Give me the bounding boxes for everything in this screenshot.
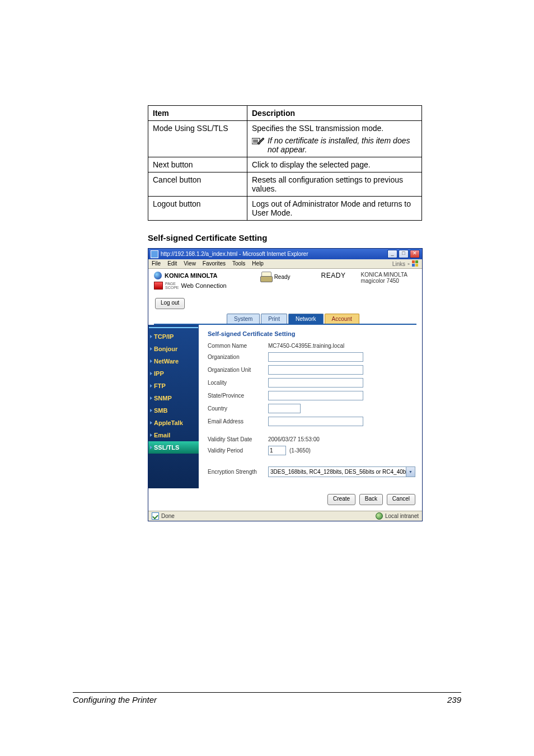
page-header: KONICA MINOLTA PAGE SCOPE Web Connection… xyxy=(148,269,422,291)
sidebar-item-netware[interactable]: NetWare xyxy=(148,355,199,367)
status-done-text: Done xyxy=(161,513,175,519)
menu-tools[interactable]: Tools xyxy=(232,260,245,267)
pagescope-small-label: PAGE SCOPE xyxy=(165,282,179,290)
links-toolbar[interactable]: Links » xyxy=(392,260,419,267)
table-row: Logout button Logs out of Administrator … xyxy=(148,197,422,221)
web-connection-text: Web Connection xyxy=(181,282,227,289)
table-row: Cancel button Resets all configuration s… xyxy=(148,172,422,197)
label-common-name: Common Name xyxy=(208,343,268,349)
right-model: magicolor 7450 xyxy=(360,278,407,284)
menu-view[interactable]: View xyxy=(184,260,196,267)
spec-table: Item Description Mode Using SSL/TLS Spec… xyxy=(148,105,422,221)
desc-text: Click to display the selected page. xyxy=(247,157,422,172)
desc-text: Specifies the SSL transmission mode. xyxy=(252,124,417,133)
status-bar: Done Local intranet xyxy=(148,511,422,521)
input-locality[interactable] xyxy=(268,378,363,388)
back-button[interactable]: Back xyxy=(359,494,383,505)
label-locality: Locality xyxy=(208,380,268,386)
sidebar-item-tcpip[interactable]: TCP/IP xyxy=(148,330,199,343)
browser-window: http://192.168.1.2/a_index.html - Micros… xyxy=(148,248,423,521)
sidebar-item-appletalk[interactable]: AppleTalk xyxy=(148,417,199,429)
form-title: Self-signed Certificate Setting xyxy=(208,330,415,337)
input-validity-period[interactable] xyxy=(268,446,286,455)
pagescope-icon xyxy=(154,282,163,290)
label-organization: Organization xyxy=(208,354,268,360)
titlebar: http://192.168.1.2/a_index.html - Micros… xyxy=(148,249,422,259)
col-desc: Description xyxy=(247,106,422,121)
printer-icon xyxy=(260,272,271,282)
page-footer: Configuring the Printer 239 xyxy=(73,692,461,704)
printer-status-small: Ready xyxy=(274,274,291,280)
sidebar-highlight xyxy=(149,327,198,328)
sidebar-item-smb[interactable]: SMB xyxy=(148,404,199,417)
sidebar-item-ipp[interactable]: IPP xyxy=(148,367,199,380)
label-validity-start: Validity Start Date xyxy=(208,436,268,442)
sidebar-item-bonjour[interactable]: Bonjour xyxy=(148,343,199,355)
label-encryption: Encryption Strength xyxy=(208,469,268,475)
status-zone-text: Local intranet xyxy=(385,513,419,519)
brand-text: KONICA MINOLTA xyxy=(165,272,218,279)
tab-underline xyxy=(154,324,416,325)
logout-button[interactable]: Log out xyxy=(155,298,185,309)
chevron-down-icon: ▼ xyxy=(406,467,415,477)
col-item: Item xyxy=(148,106,247,121)
label-validity-period: Validity Period xyxy=(208,447,268,454)
table-row: Mode Using SSL/TLS Specifies the SSL tra… xyxy=(148,121,422,157)
tab-network[interactable]: Network xyxy=(288,314,324,324)
input-organization[interactable] xyxy=(268,352,363,362)
item-cell: Mode Using SSL/TLS xyxy=(153,124,228,133)
sidebar-item-ssltls[interactable]: SSL/TLS xyxy=(148,441,199,454)
svg-rect-4 xyxy=(412,260,415,263)
ie-icon xyxy=(151,250,158,258)
maximize-button[interactable]: □ xyxy=(399,250,409,258)
select-encryption[interactable]: 3DES_168bits, RC4_128bits, DES_56bits or… xyxy=(268,466,415,477)
footer-left: Configuring the Printer xyxy=(73,695,157,704)
chevron-icon: » xyxy=(407,262,410,266)
close-button[interactable]: ✕ xyxy=(410,250,420,258)
input-org-unit[interactable] xyxy=(268,365,363,375)
menu-file[interactable]: File xyxy=(152,260,161,267)
input-state[interactable] xyxy=(268,391,363,400)
label-org-unit: Organization Unit xyxy=(208,367,268,373)
cancel-button[interactable]: Cancel xyxy=(387,494,415,505)
sidebar-item-email[interactable]: Email xyxy=(148,429,199,441)
desc-text: Resets all configuration settings to pre… xyxy=(247,172,422,197)
input-country[interactable] xyxy=(268,404,301,413)
table-row: Next button Click to display the selecte… xyxy=(148,157,422,172)
desc-text: Logs out of Administrator Mode and retur… xyxy=(247,197,422,221)
input-email[interactable] xyxy=(268,417,363,426)
svg-rect-7 xyxy=(415,264,418,267)
create-button[interactable]: Create xyxy=(327,494,355,505)
value-common-name: MC7450-C4395E.training.local xyxy=(268,343,344,349)
tab-account[interactable]: Account xyxy=(325,314,359,324)
links-label: Links xyxy=(392,261,405,267)
ie-flag-icon xyxy=(412,260,419,267)
value-validity-start: 2006/03/27 15:53:00 xyxy=(268,436,320,442)
footer-page-number: 239 xyxy=(447,695,461,704)
suffix-validity-period: (1-3650) xyxy=(289,447,311,454)
right-brand: KONICA MINOLTA xyxy=(360,272,407,278)
sidebar: TCP/IP Bonjour NetWare IPP FTP SNMP SMB … xyxy=(148,325,199,488)
menu-edit[interactable]: Edit xyxy=(167,260,177,267)
svg-rect-5 xyxy=(415,260,418,263)
note-text: If no certificate is installed, this ite… xyxy=(268,136,417,154)
minimize-button[interactable]: _ xyxy=(387,250,397,258)
menubar: File Edit View Favorites Tools Help Link… xyxy=(148,259,422,269)
printer-status-caps: READY xyxy=(321,272,346,279)
tab-print[interactable]: Print xyxy=(261,314,287,324)
section-heading: Self-signed Certificate Setting xyxy=(148,233,461,242)
select-encryption-value: 3DES_168bits, RC4_128bits, DES_56bits or… xyxy=(270,469,411,475)
label-email: Email Address xyxy=(208,418,268,424)
done-icon xyxy=(152,512,159,520)
item-cell: Cancel button xyxy=(148,172,247,197)
footer-rule xyxy=(73,692,461,693)
menu-favorites[interactable]: Favorites xyxy=(203,260,226,267)
label-country: Country xyxy=(208,405,268,412)
sidebar-item-snmp[interactable]: SNMP xyxy=(148,392,199,404)
menu-help[interactable]: Help xyxy=(252,260,264,267)
window-title: http://192.168.1.2/a_index.html - Micros… xyxy=(161,251,308,257)
zone-icon xyxy=(376,512,383,520)
tab-system[interactable]: System xyxy=(227,314,260,324)
sidebar-item-ftp[interactable]: FTP xyxy=(148,380,199,392)
note-icon xyxy=(252,137,264,147)
